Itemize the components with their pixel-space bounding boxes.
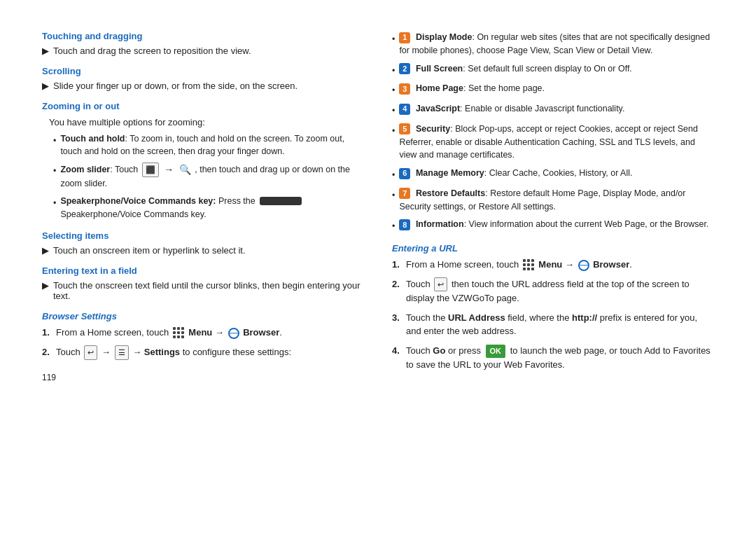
badge-3: 3 <box>399 83 410 95</box>
zooming-bullets: • Touch and hold: To zoom in, touch and … <box>53 132 364 221</box>
section-title-entering-url: Entering a URL <box>392 243 714 254</box>
setting-4-text: 4 JavaScript: Enable or disable Javascri… <box>399 102 624 116</box>
setting-item-1: • 1 Display Mode: On regular web sites (… <box>392 31 714 57</box>
selecting-arrow-item: ▶ Touch an onscreen item or hyperlink to… <box>42 245 364 256</box>
badge-7: 7 <box>399 188 410 199</box>
left-column: Touching and dragging ▶ Touch and drag t… <box>42 21 364 382</box>
menu-grid-icon <box>173 327 185 339</box>
url-step-4-text: Touch Go or press OK to launch the web p… <box>406 344 714 371</box>
browser-step-2: 2. Touch ↩ → ☰ → Settings to configure t… <box>42 345 364 360</box>
url-step-2: 2. Touch ↩ then touch the URL address fi… <box>392 277 714 305</box>
zoom-icon-box: ⬛ <box>142 162 159 177</box>
url-touch-icon: ↩ <box>434 277 447 292</box>
section-title-entering-text: Entering text in a field <box>42 265 364 276</box>
url-step-2-text: Touch ↩ then touch the URL address field… <box>406 277 714 305</box>
section-title-zooming: Zooming in or out <box>42 101 364 111</box>
bullet-dot-r6: • <box>392 169 395 182</box>
bullet-dot-r4: • <box>392 104 395 118</box>
setting-8-text: 8 Information: View information about th… <box>399 218 708 231</box>
browser-step-1-text: From a Home screen, touch Menu → Browser… <box>56 326 282 340</box>
browser-step-2-text: Touch ↩ → ☰ → Settings to configure thes… <box>56 345 291 360</box>
badge-6: 6 <box>399 168 410 179</box>
step-num-2: 2. <box>42 345 52 360</box>
scrolling-text: Slide your finger up or down, or from th… <box>53 81 298 91</box>
speakerphone-bar-icon <box>260 197 302 205</box>
badge-8: 8 <box>399 219 410 230</box>
touching-arrow-item: ▶ Touch and drag the screen to repositio… <box>42 46 364 56</box>
arrow-icon-3: ▶ <box>42 245 49 256</box>
badge-1: 1 <box>399 32 410 43</box>
zooming-intro: You have multiple options for zooming: <box>49 116 364 130</box>
section-title-selecting: Selecting items <box>42 230 364 241</box>
entering-text-body: Touch the onscreen text field until the … <box>53 280 364 301</box>
url-step-3-text: Touch the URL Address field, where the h… <box>406 311 714 338</box>
badge-2: 2 <box>399 63 410 74</box>
menu-grid-icon-2 <box>523 259 535 271</box>
url-step-num-3: 3. <box>392 311 402 338</box>
bullet-dot-r8: • <box>392 220 395 233</box>
page-container: Touching and dragging ▶ Touch and drag t… <box>42 21 714 382</box>
badge-4: 4 <box>399 104 410 115</box>
bullet-dot-r2: • <box>392 64 395 78</box>
bullet-dot-2: • <box>53 165 56 178</box>
url-step-num-4: 4. <box>392 344 402 371</box>
zoom-glass-icon: 🔍 <box>179 162 191 177</box>
url-step-4: 4. Touch Go or press OK to launch the we… <box>392 344 714 371</box>
bullet-speakerphone-text: Speakerphone/Voice Commands key: Press t… <box>60 195 364 221</box>
setting-3-text: 3 Home Page: Set the home page. <box>399 82 545 95</box>
setting-item-7: • 7 Restore Defaults: Restore default Ho… <box>392 187 714 214</box>
url-step-1: 1. From a Home screen, touch Menu → Brow… <box>392 258 714 272</box>
right-column: • 1 Display Mode: On regular web sites (… <box>392 21 714 382</box>
ok-badge: OK <box>486 345 506 358</box>
bullet-dot-r5: • <box>392 125 395 138</box>
bullet-dot-3: • <box>53 197 56 210</box>
touching-text: Touch and drag the screen to reposition … <box>53 46 251 56</box>
setting-5-text: 5 Security: Block Pop-ups, accept or rej… <box>399 123 714 162</box>
setting-item-3: • 3 Home Page: Set the home page. <box>392 82 714 97</box>
scrolling-arrow-item: ▶ Slide your finger up or down, or from … <box>42 81 364 91</box>
setting-6-text: 6 Manage Memory: Clear Cache, Cookies, H… <box>399 167 632 180</box>
badge-5: 5 <box>399 123 410 134</box>
bullet-dot-r7: • <box>392 189 395 202</box>
section-title-touching: Touching and dragging <box>42 31 364 41</box>
setting-item-6: • 6 Manage Memory: Clear Cache, Cookies,… <box>392 167 714 182</box>
list-icon-box: ☰ <box>115 345 129 360</box>
bullet-dot-r1: • <box>392 33 395 46</box>
bullet-touch-hold: • Touch and hold: To zoom in, touch and … <box>53 132 364 159</box>
setting-1-text: 1 Display Mode: On regular web sites (si… <box>399 31 714 57</box>
bullet-zoom-slider: • Zoom slider: Touch ⬛ → 🔍 , then touch … <box>53 162 364 191</box>
setting-item-4: • 4 JavaScript: Enable or disable Javasc… <box>392 102 714 118</box>
globe-icon-2 <box>578 260 589 271</box>
url-step-1-text: From a Home screen, touch Menu → Browser… <box>406 258 632 272</box>
arrow-icon-2: ▶ <box>42 81 49 91</box>
arrow-icon: ▶ <box>42 46 49 56</box>
globe-icon-1 <box>228 328 239 339</box>
section-title-browser-settings: Browser Settings <box>42 311 364 321</box>
setting-item-5: • 5 Security: Block Pop-ups, accept or r… <box>392 123 714 162</box>
bullet-dot-r3: • <box>392 84 395 97</box>
browser-step-1: 1. From a Home screen, touch Menu → Brow… <box>42 326 364 340</box>
setting-2-text: 2 Full Screen: Set default full screen d… <box>399 62 631 76</box>
selecting-text: Touch an onscreen item or hyperlink to s… <box>53 245 246 256</box>
setting-7-text: 7 Restore Defaults: Restore default Home… <box>399 187 714 214</box>
settings-bullets: • 1 Display Mode: On regular web sites (… <box>392 31 714 233</box>
url-step-3: 3. Touch the URL Address field, where th… <box>392 311 714 338</box>
page-number: 119 <box>42 373 364 382</box>
setting-item-2: • 2 Full Screen: Set default full screen… <box>392 62 714 78</box>
entering-text-arrow-item: ▶ Touch the onscreen text field until th… <box>42 280 364 301</box>
bullet-dot-1: • <box>53 134 56 148</box>
bullet-touch-hold-text: Touch and hold: To zoom in, touch and ho… <box>60 132 364 159</box>
arrow-icon-4: ▶ <box>42 280 49 291</box>
url-step-num-1: 1. <box>392 258 402 272</box>
bullet-zoom-slider-text: Zoom slider: Touch ⬛ → 🔍 , then touch an… <box>60 162 364 191</box>
setting-item-8: • 8 Information: View information about … <box>392 218 714 233</box>
step-num-1: 1. <box>42 326 52 340</box>
section-title-scrolling: Scrolling <box>42 66 364 76</box>
bullet-speakerphone: • Speakerphone/Voice Commands key: Press… <box>53 195 364 221</box>
zoom-arrow-icon: → <box>164 162 174 177</box>
touch-icon-box: ↩ <box>84 345 97 360</box>
url-step-num-2: 2. <box>392 277 402 305</box>
